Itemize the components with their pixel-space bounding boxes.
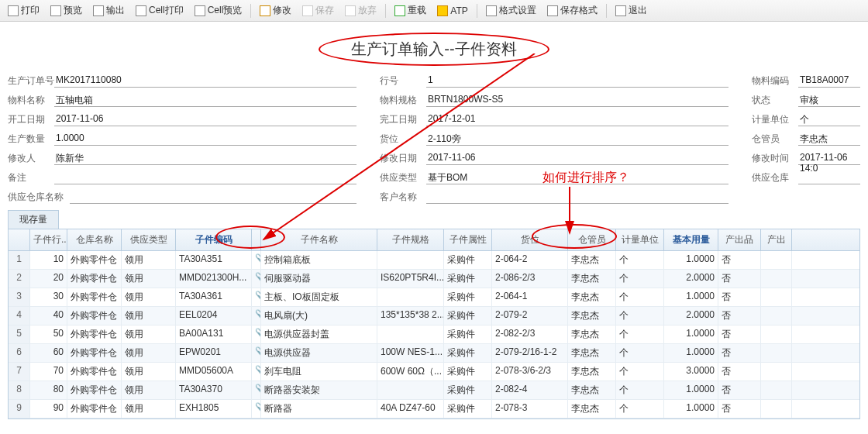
export-button[interactable]: 输出	[88, 2, 129, 19]
saveformat-icon	[547, 5, 558, 16]
exit-button[interactable]: 退出	[611, 2, 652, 19]
cell: 外购零件仓	[67, 326, 122, 343]
cell: 外购零件仓	[67, 288, 122, 306]
table-row[interactable]: 110外购零件仓领用TA30A351📎控制箱底板采购件2-064-2李忠杰个1.…	[9, 251, 859, 270]
uom-value[interactable]: 个	[798, 112, 860, 126]
cellpreview-button[interactable]: Cell预览	[190, 2, 247, 19]
cell: 刹车电阻	[261, 363, 377, 381]
cell: 领用	[122, 307, 176, 325]
cell: 600W 60Ω（...	[377, 363, 444, 381]
table-row[interactable]: 770外购零件仓领用MMD05600A📎刹车电阻600W 60Ω（...采购件2…	[9, 363, 859, 381]
cell: 个	[616, 270, 664, 288]
release-button[interactable]: 放弃	[340, 2, 381, 19]
cell	[761, 381, 792, 399]
separator	[385, 4, 386, 18]
cell: 断路器安装架	[261, 381, 377, 399]
format-button[interactable]: 格式设置	[481, 2, 541, 19]
attachment-icon[interactable]: 📎	[252, 251, 261, 269]
attachment-icon[interactable]: 📎	[252, 270, 261, 288]
cell: 1.0000	[664, 400, 718, 418]
cellpreview-icon	[195, 5, 205, 16]
attachment-icon[interactable]: 📎	[252, 288, 261, 306]
undo-icon	[345, 5, 356, 16]
cell: 3.0000	[664, 363, 718, 381]
cell: IS620PT5R4I...	[377, 270, 444, 288]
col-header-1[interactable]: 子件行...	[30, 229, 67, 250]
cell: 个	[616, 251, 664, 269]
cell: 否	[718, 381, 761, 399]
attachment-icon[interactable]: 📎	[252, 363, 261, 381]
col-header-3[interactable]: 供应类型	[122, 229, 176, 250]
cell: 1.0000	[664, 344, 718, 362]
col-header-2[interactable]: 仓库名称	[67, 229, 122, 250]
attachment-icon[interactable]: 📎	[252, 344, 261, 362]
status-value[interactable]: 审核	[798, 93, 860, 107]
cell: 电源供应器	[261, 344, 377, 362]
cell: 个	[616, 344, 664, 362]
supplywh-value[interactable]	[798, 170, 860, 184]
cell: 30	[30, 288, 67, 306]
saveformat-button[interactable]: 保存格式	[542, 2, 602, 19]
tab-stock[interactable]: 现存量	[8, 210, 59, 229]
cell: 135*135*38 2...	[377, 307, 444, 325]
table-row[interactable]: 660外购零件仓领用EPW0201📎电源供应器100W NES-1...采购件2…	[9, 344, 859, 363]
attachment-icon[interactable]: 📎	[252, 381, 261, 399]
cell: 2-086-2/3	[492, 270, 568, 288]
cell: 领用	[122, 326, 176, 343]
cell: 个	[616, 400, 664, 418]
cell: 外购零件仓	[67, 381, 122, 399]
table-row[interactable]: 220外购零件仓领用MMD021300H...📎伺服驱动器IS620PT5R4I…	[9, 270, 859, 288]
cell: EXH1805	[176, 400, 252, 418]
orderno-label: 生产订单号	[8, 74, 54, 88]
modify-button[interactable]: 修改	[255, 2, 296, 19]
attachment-icon[interactable]: 📎	[252, 326, 261, 343]
preview-button[interactable]: 预览	[46, 2, 87, 19]
keeper-value[interactable]: 李忠杰	[798, 132, 860, 146]
cell: 2-078-3/6-2/3	[492, 363, 568, 381]
cell: 70	[30, 363, 67, 381]
atp-button[interactable]: ATP	[432, 4, 472, 18]
supplywh-label: 供应仓库	[752, 171, 798, 184]
cell: 李忠杰	[568, 381, 616, 399]
grid-body: 110外购零件仓领用TA30A351📎控制箱底板采购件2-064-2李忠杰个1.…	[9, 251, 859, 418]
attachment-icon[interactable]: 📎	[252, 307, 261, 325]
col-header-0[interactable]	[9, 229, 30, 250]
col-header-14[interactable]: 产出	[761, 229, 792, 250]
cell: EEL0204	[176, 307, 252, 325]
cell	[761, 288, 792, 306]
cell	[377, 288, 444, 306]
matcode-value[interactable]: TB18A0007	[798, 74, 860, 88]
cell: 2-064-2	[492, 251, 568, 269]
cell: 7	[9, 363, 30, 381]
col-header-13[interactable]: 产出品	[718, 229, 761, 250]
cell: 采购件	[444, 400, 492, 418]
reload-button[interactable]: 重载	[390, 2, 431, 19]
col-header-12[interactable]: 基本用量	[664, 229, 718, 250]
cell: 领用	[122, 344, 176, 362]
export-icon	[93, 5, 104, 16]
separator	[606, 4, 607, 18]
col-header-11[interactable]: 计量单位	[616, 229, 664, 250]
save-button[interactable]: 保存	[298, 2, 339, 19]
disk-icon	[302, 5, 313, 16]
modifytime-value[interactable]: 2017-11-06 14:0	[798, 151, 860, 165]
table-row[interactable]: 550外购零件仓领用BA00A131📎电源供应器封盖采购件2-082-2/3李忠…	[9, 326, 859, 344]
print-button[interactable]: 打印	[3, 2, 44, 19]
cell: 否	[718, 363, 761, 381]
exit-icon	[615, 5, 626, 16]
cellprint-button[interactable]: Cell打印	[131, 2, 188, 19]
cell: 李忠杰	[568, 363, 616, 381]
cell: MMD05600A	[176, 363, 252, 381]
cell: 领用	[122, 363, 176, 381]
table-row[interactable]: 990外购零件仓领用EXH1805📎断路器40A DZ47-60采购件2-078…	[9, 400, 859, 418]
cell: 1	[9, 251, 30, 269]
table-row[interactable]: 330外购零件仓领用TA30A361📎主板、IO板固定板采购件2-064-1李忠…	[9, 288, 859, 307]
table-row[interactable]: 880外购零件仓领用TA30A370📎断路器安装架采购件2-082-4李忠杰个1…	[9, 381, 859, 400]
startdate-label: 开工日期	[8, 113, 54, 126]
cell: 控制箱底板	[261, 251, 377, 269]
cellprint-label: Cell打印	[149, 4, 184, 17]
cell: MMD021300H...	[176, 270, 252, 288]
attachment-icon[interactable]: 📎	[252, 400, 261, 418]
table-row[interactable]: 440外购零件仓领用EEL0204📎电风扇(大)135*135*38 2...采…	[9, 307, 859, 326]
cell	[377, 326, 444, 343]
